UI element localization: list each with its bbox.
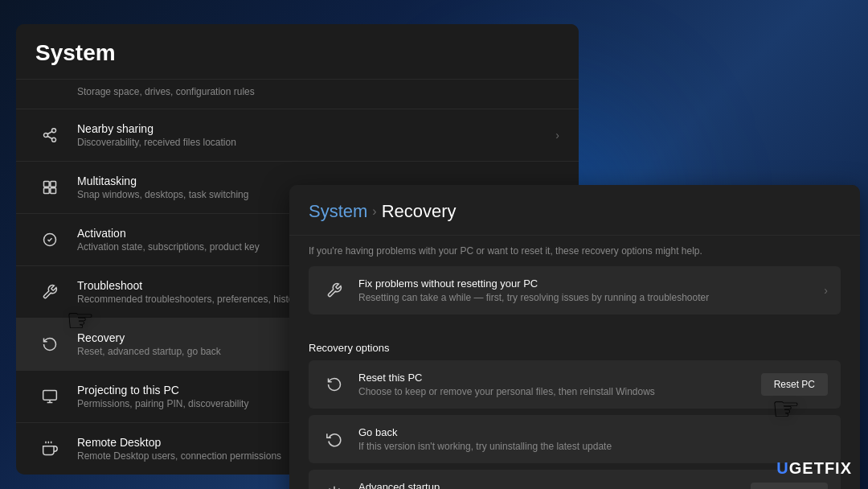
partial-item-subtitle: Storage space, drives, configuration rul… [77,86,559,97]
advanced-startup-icon [321,481,347,489]
breadcrumb-parent: System [309,201,367,222]
recovery-icon [35,330,64,359]
watermark-rest: GETFIX [789,459,852,477]
svg-point-2 [52,138,56,142]
svg-line-4 [47,131,52,134]
system-panel-title: System [35,40,116,65]
reset-pc-subtitle: Choose to keep or remove your personal f… [358,386,761,397]
check-circle-icon [35,225,64,254]
recovery-description: If you're having problems with your PC o… [289,236,860,266]
svg-rect-10 [43,391,57,401]
fix-problems-subtitle: Resetting can take a while — first, try … [358,292,824,303]
chevron-right-icon: › [555,129,559,142]
advanced-startup-title: Advanced startup [358,481,751,489]
fix-problems-title: Fix problems without resetting your PC [358,277,824,290]
go-back-card[interactable]: Go back If this version isn't working, t… [309,415,841,463]
reset-pc-title: Reset this PC [358,372,761,384]
advanced-startup-content: Advanced startup Restart your device to … [358,481,751,489]
recovery-options-section: Reset this PC Choose to keep or remove y… [289,360,860,489]
go-back-content: Go back If this version isn't working, t… [358,426,828,452]
reset-pc-card[interactable]: Reset this PC Choose to keep or remove y… [309,360,841,409]
svg-rect-8 [51,188,56,194]
advanced-startup-card[interactable]: Advanced startup Restart your device to … [309,470,841,489]
go-back-icon [321,426,347,452]
fix-problems-icon [321,277,347,303]
watermark: UGETFIX [776,459,852,478]
go-back-subtitle: If this version isn't working, try unins… [358,441,828,452]
recovery-detail-panel: System › Recovery If you're having probl… [289,185,860,489]
fix-problems-card[interactable]: Fix problems without resetting your PC R… [309,266,841,314]
svg-point-0 [52,129,56,133]
breadcrumb-separator: › [372,204,376,219]
reset-pc-button[interactable]: Reset PC [761,373,828,396]
chevron-right-icon: › [824,284,828,297]
fix-problems-content: Fix problems without resetting your PC R… [358,277,824,303]
breadcrumb-current: Recovery [382,201,457,222]
svg-rect-5 [44,182,50,187]
recovery-options-label: Recovery options [289,334,860,360]
svg-line-3 [47,136,52,138]
nearby-sharing-content: Nearby sharing Discoverability, received… [77,122,555,148]
go-back-title: Go back [358,426,828,438]
partial-settings-item: Storage space, drives, configuration rul… [16,79,579,109]
watermark-u: U [776,459,788,477]
svg-point-1 [44,134,48,138]
nearby-sharing-title: Nearby sharing [77,122,555,135]
reset-pc-content: Reset this PC Choose to keep or remove y… [358,372,761,397]
reset-pc-icon [321,372,347,397]
breadcrumb: System › Recovery [309,201,841,222]
restart-now-button[interactable]: Restart now [751,483,828,489]
windows-icon [35,173,64,202]
remote-desktop-icon [35,434,64,463]
svg-rect-7 [44,188,50,194]
nearby-sharing-subtitle: Discoverability, received files location [77,137,555,148]
share-icon [35,121,64,150]
system-panel-header: System [16,24,579,79]
svg-rect-6 [51,182,56,187]
wrench-icon [35,277,64,306]
fix-problems-section: Fix problems without resetting your PC R… [289,266,860,334]
monitor-icon [35,382,64,411]
recovery-panel-header: System › Recovery [289,185,860,236]
sidebar-item-nearby-sharing[interactable]: Nearby sharing Discoverability, received… [16,109,579,161]
